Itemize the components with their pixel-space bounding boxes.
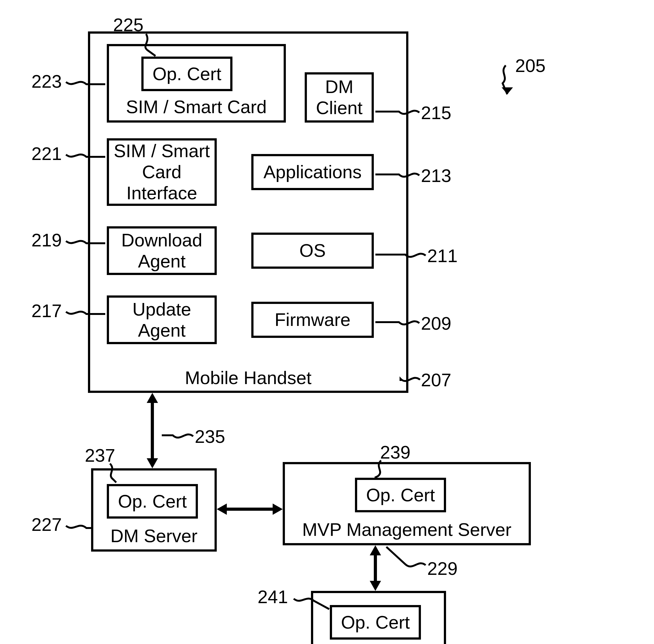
dm-server-label: DM Server — [93, 527, 215, 545]
ref-225: 225 — [113, 16, 144, 34]
op-cert-mvp-label: Op. Cert — [366, 485, 435, 506]
ref-213: 213 — [421, 166, 452, 185]
ref-211: 211 — [427, 247, 458, 265]
ref-239: 239 — [380, 443, 411, 461]
sim-smart-card-label: SIM / Smart Card — [109, 98, 284, 116]
arrow-mvp-generator — [366, 545, 385, 591]
update-agent-label: Update Agent — [109, 299, 215, 341]
ref-209: 209 — [421, 314, 452, 332]
svg-marker-5 — [217, 504, 227, 515]
op-cert-mvp-box: Op. Cert — [355, 478, 446, 512]
op-cert-dm-label: Op. Cert — [118, 491, 187, 512]
firmware-box: Firmware — [251, 302, 374, 338]
ref-241: 241 — [258, 588, 288, 606]
op-cert-sim-label: Op. Cert — [152, 64, 221, 85]
svg-marker-3 — [147, 458, 158, 468]
applications-label: Applications — [264, 162, 362, 183]
svg-marker-8 — [370, 545, 381, 555]
dm-client-label: DM Client — [307, 76, 371, 118]
op-cert-gen-box: Op. Cert — [330, 605, 421, 640]
svg-marker-9 — [370, 581, 381, 591]
ref-229: 229 — [427, 559, 458, 578]
ref-205: 205 — [515, 56, 546, 75]
op-cert-sim-box: Op. Cert — [141, 56, 233, 91]
ref-215: 215 — [421, 104, 452, 122]
ref-237: 237 — [85, 446, 115, 464]
download-agent-box: Download Agent — [107, 226, 217, 275]
op-cert-gen-label: Op. Cert — [341, 612, 410, 633]
svg-marker-2 — [147, 393, 158, 403]
applications-box: Applications — [251, 154, 374, 190]
op-cert-dm-box: Op. Cert — [107, 484, 198, 519]
mvp-server-label: MVP Management Server — [285, 521, 529, 539]
arrow-handset-dm — [143, 393, 162, 468]
mobile-handset-label: Mobile Handset — [90, 369, 406, 387]
ref-207: 207 — [421, 371, 452, 389]
download-agent-label: Download Agent — [109, 230, 215, 272]
arrow-dm-mvp — [217, 500, 283, 519]
ref-221: 221 — [31, 144, 62, 163]
svg-marker-6 — [273, 504, 283, 515]
ref-219: 219 — [31, 231, 62, 249]
leader-235 — [160, 431, 195, 443]
os-label: OS — [299, 240, 326, 261]
firmware-label: Firmware — [274, 309, 350, 330]
leader-227 — [65, 524, 94, 537]
leader-229 — [383, 544, 427, 569]
update-agent-box: Update Agent — [107, 295, 217, 344]
sim-interface-box: SIM / Smart Card Interface — [107, 138, 217, 206]
ref-217: 217 — [31, 302, 62, 320]
ref-223: 223 — [31, 72, 62, 91]
ref-235: 235 — [195, 428, 225, 446]
dm-client-box: DM Client — [305, 72, 374, 122]
os-box: OS — [251, 233, 374, 269]
svg-marker-0 — [502, 87, 513, 94]
sim-interface-label: SIM / Smart Card Interface — [109, 140, 215, 203]
ref-227: 227 — [31, 515, 62, 534]
